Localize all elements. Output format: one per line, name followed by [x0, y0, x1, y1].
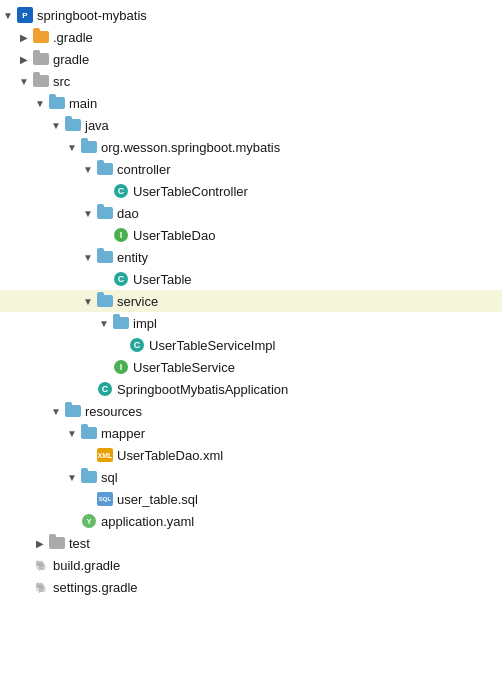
arrow-down-icon [32, 95, 48, 111]
tree-item-UserTable[interactable]: CUserTable [0, 268, 502, 290]
tree-item-label: java [85, 118, 109, 133]
arrow-down-icon [48, 117, 64, 133]
tree-item-main[interactable]: main [0, 92, 502, 114]
arrow-down-icon [64, 425, 80, 441]
tree-item-UserTableServiceImpl[interactable]: CUserTableServiceImpl [0, 334, 502, 356]
tree-item-label: settings.gradle [53, 580, 138, 595]
arrow-empty [80, 381, 96, 397]
tree-item-SpringbootMybatisApplication[interactable]: CSpringbootMybatisApplication [0, 378, 502, 400]
tree-item-label: user_table.sql [117, 492, 198, 507]
tree-item-resources[interactable]: resources [0, 400, 502, 422]
arrow-right-icon [16, 51, 32, 67]
arrow-down-icon [80, 293, 96, 309]
tree-item-test[interactable]: test [0, 532, 502, 554]
tree-item-UserTableDao-xml[interactable]: XMLUserTableDao.xml [0, 444, 502, 466]
tree-item-UserTableController[interactable]: CUserTableController [0, 180, 502, 202]
folder-blue-icon [81, 427, 97, 439]
arrow-empty [112, 337, 128, 353]
folder-gray-icon [49, 537, 65, 549]
tree-item-UserTableService[interactable]: IUserTableService [0, 356, 502, 378]
gradle-icon: 🐘 [34, 558, 48, 572]
folder-yellow-icon [33, 31, 49, 43]
tree-item-entity[interactable]: entity [0, 246, 502, 268]
folder-blue-icon [81, 141, 97, 153]
tree-item-user_table-sql[interactable]: SQLuser_table.sql [0, 488, 502, 510]
tree-item-impl[interactable]: impl [0, 312, 502, 334]
folder-blue-icon [113, 317, 129, 329]
tree-item-controller[interactable]: controller [0, 158, 502, 180]
arrow-down-icon [80, 205, 96, 221]
tree-item-label: build.gradle [53, 558, 120, 573]
folder-blue-icon [97, 295, 113, 307]
arrow-down-icon [64, 139, 80, 155]
tree-item-label: UserTableController [133, 184, 248, 199]
folder-blue-icon [65, 119, 81, 131]
arrow-down-icon [0, 7, 16, 23]
interface-icon: I [114, 360, 128, 374]
folder-blue-icon [81, 471, 97, 483]
tree-item-mapper[interactable]: mapper [0, 422, 502, 444]
arrow-empty [96, 183, 112, 199]
tree-item-label: UserTableDao [133, 228, 215, 243]
arrow-empty [80, 447, 96, 463]
tree-item-root[interactable]: Pspringboot-mybatis [0, 4, 502, 26]
arrow-empty [64, 513, 80, 529]
arrow-empty [96, 271, 112, 287]
tree-item-label: impl [133, 316, 157, 331]
arrow-empty [16, 557, 32, 573]
tree-item-dao[interactable]: dao [0, 202, 502, 224]
tree-item-settings-gradle[interactable]: 🐘settings.gradle [0, 576, 502, 598]
tree-item-label: SpringbootMybatisApplication [117, 382, 288, 397]
tree-item-label: sql [101, 470, 118, 485]
tree-item-label: mapper [101, 426, 145, 441]
tree-item-service[interactable]: service [0, 290, 502, 312]
folder-blue-icon [97, 163, 113, 175]
tree-item-application-yaml[interactable]: Yapplication.yaml [0, 510, 502, 532]
folder-blue-icon [65, 405, 81, 417]
file-tree: Pspringboot-mybatis.gradlegradlesrcmainj… [0, 0, 502, 602]
tree-item-label: test [69, 536, 90, 551]
tree-item-src[interactable]: src [0, 70, 502, 92]
arrow-down-icon [80, 161, 96, 177]
tree-item-sql[interactable]: sql [0, 466, 502, 488]
tree-item-package[interactable]: org.wesson.springboot.mybatis [0, 136, 502, 158]
tree-item-gradle-hidden[interactable]: .gradle [0, 26, 502, 48]
tree-item-label: controller [117, 162, 170, 177]
folder-gray-icon [33, 75, 49, 87]
yaml-icon: Y [82, 514, 96, 528]
interface-icon: I [114, 228, 128, 242]
tree-item-label: main [69, 96, 97, 111]
tree-item-java[interactable]: java [0, 114, 502, 136]
arrow-empty [96, 359, 112, 375]
arrow-down-icon [96, 315, 112, 331]
arrow-down-icon [64, 469, 80, 485]
gradle-icon: 🐘 [34, 580, 48, 594]
tree-item-label: dao [117, 206, 139, 221]
arrow-empty [96, 227, 112, 243]
xml-icon: XML [97, 448, 113, 462]
folder-blue-icon [49, 97, 65, 109]
tree-item-UserTableDao[interactable]: IUserTableDao [0, 224, 502, 246]
tree-item-gradle[interactable]: gradle [0, 48, 502, 70]
arrow-empty [80, 491, 96, 507]
arrow-down-icon [80, 249, 96, 265]
tree-item-build-gradle[interactable]: 🐘build.gradle [0, 554, 502, 576]
arrow-down-icon [16, 73, 32, 89]
tree-item-label: org.wesson.springboot.mybatis [101, 140, 280, 155]
tree-item-label: src [53, 74, 70, 89]
sql-icon: SQL [97, 492, 113, 506]
tree-item-label: UserTable [133, 272, 192, 287]
class-icon: C [98, 382, 112, 396]
class-icon: C [130, 338, 144, 352]
arrow-empty [16, 579, 32, 595]
tree-item-label: UserTableDao.xml [117, 448, 223, 463]
tree-item-label: entity [117, 250, 148, 265]
class-icon: C [114, 184, 128, 198]
tree-item-label: UserTableServiceImpl [149, 338, 275, 353]
tree-item-label: UserTableService [133, 360, 235, 375]
class-icon: C [114, 272, 128, 286]
tree-item-label: application.yaml [101, 514, 194, 529]
folder-gray-icon [33, 53, 49, 65]
tree-item-label: service [117, 294, 158, 309]
arrow-right-icon [32, 535, 48, 551]
